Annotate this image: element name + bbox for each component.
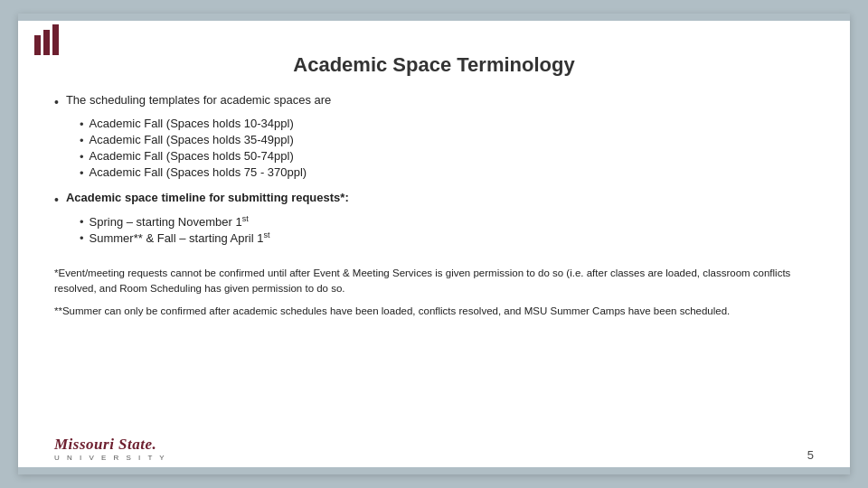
main-bullet-1: • The scheduling templates for academic … [54, 93, 814, 109]
sub-dot-1-3: • [80, 150, 84, 164]
sub-bullet-2-1: • Spring – starting November 1st [80, 214, 814, 229]
sub-bullet-1-2: • Academic Fall (Spaces holds 35-49ppl) [80, 133, 814, 147]
bullet1-main-text: The scheduling templates for academic sp… [66, 93, 331, 107]
page-number: 5 [807, 448, 814, 462]
slide-title: Academic Space Terminology [54, 53, 814, 77]
logo-sub: U N I V E R S I T Y [54, 454, 167, 462]
sub-bullets-1: • Academic Fall (Spaces holds 10-34ppl) … [80, 117, 814, 180]
sub-bullet-2-2: • Summer** & Fall – starting April 1st [80, 230, 814, 245]
missouri-state-logo: Missouri State. U N I V E R S I T Y [54, 436, 167, 462]
sub-dot-1-4: • [80, 166, 84, 180]
bullet2-main-text: Academic space timeline for submitting r… [66, 191, 349, 204]
sub-bullet-1-4: • Academic Fall (Spaces holds 75 - 370pp… [80, 165, 814, 180]
bullet-dot-1: • [54, 95, 59, 109]
bullet-dot-2: • [54, 192, 59, 207]
sub-text-1-1: Academic Fall (Spaces holds 10-34ppl) [90, 117, 294, 130]
slide: Academic Space Terminology • The schedul… [18, 14, 850, 474]
sub-bullet-1-3: • Academic Fall (Spaces holds 50-74ppl) [80, 149, 814, 164]
sub-dot-1-2: • [80, 134, 84, 147]
sub-text-2-2: Summer** & Fall – starting April 1st [90, 230, 270, 245]
sub-text-1-4: Academic Fall (Spaces holds 75 - 370ppl) [90, 165, 307, 179]
stripe-1 [34, 35, 41, 55]
sub-bullet-1-1: • Academic Fall (Spaces holds 10-34ppl) [80, 117, 814, 131]
top-bar [18, 14, 850, 21]
sub-bullets-2: • Spring – starting November 1st • Summe… [80, 214, 814, 246]
bottom-bar [18, 467, 850, 474]
stripe-3 [52, 24, 59, 55]
sub-text-1-3: Academic Fall (Spaces holds 50-74ppl) [90, 149, 294, 163]
sub-text-2-1: Spring – starting November 1st [90, 214, 249, 229]
footnote-1: *Event/meeting requests cannot be confir… [54, 266, 814, 297]
stripe-2 [43, 30, 50, 55]
logo-stripes [34, 24, 59, 55]
main-bullet-text-2: Academic space timeline for submitting r… [66, 191, 349, 204]
footnote-2: **Summer can only be confirmed after aca… [54, 304, 814, 319]
sub-dot-2-2: • [80, 231, 84, 245]
main-bullet-text-1: The scheduling templates for academic sp… [66, 93, 331, 107]
main-bullet-2: • Academic space timeline for submitting… [54, 191, 814, 207]
logo-bar [34, 24, 59, 55]
logo-text: Missouri State. [54, 436, 167, 454]
slide-footer: Missouri State. U N I V E R S I T Y 5 [54, 436, 814, 462]
slide-content: Academic Space Terminology • The schedul… [18, 21, 850, 474]
sub-dot-1-1: • [80, 117, 84, 131]
sub-text-1-2: Academic Fall (Spaces holds 35-49ppl) [90, 133, 294, 146]
bullet-section-2: • Academic space timeline for submitting… [54, 191, 814, 248]
sub-dot-2-1: • [80, 215, 84, 229]
bullet-section-1: • The scheduling templates for academic … [54, 93, 814, 182]
